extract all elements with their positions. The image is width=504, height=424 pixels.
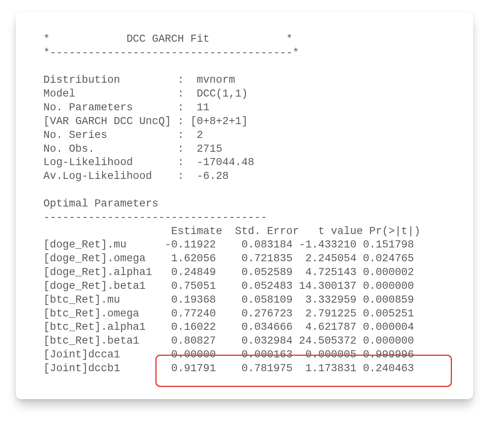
table-row: [doge_Ret].alpha1 0.24849 0.052589 4.725… [43, 266, 451, 279]
blank-line-1 [43, 60, 451, 74]
table-row: [btc_Ret].alpha1 0.16022 0.034666 4.6217… [43, 320, 451, 334]
table-header: Estimate Std. Error t value Pr(>|t|) [43, 225, 451, 238]
meta-line: No. Series : 2 [43, 128, 451, 142]
table-row: [btc_Ret].beta1 0.80827 0.032984 24.5053… [43, 334, 451, 348]
title-line: * DCC GARCH Fit * [43, 32, 451, 46]
meta-line: No. Obs. : 2715 [43, 142, 451, 156]
meta-line: Av.Log-Likelihood : -6.28 [43, 169, 451, 183]
meta-line: No. Parameters : 11 [43, 101, 451, 115]
table-row: [btc_Ret].omega 0.77240 0.276723 2.79122… [43, 307, 451, 321]
title-rule: *--------------------------------------* [43, 46, 451, 60]
optparam-title: Optimal Parameters [43, 197, 451, 211]
meta-line: Log-Likelihood : -17044.48 [43, 156, 451, 169]
blank-line-2 [43, 183, 451, 197]
table-row: [Joint]dcca1 0.00000 0.000163 0.000005 0… [43, 348, 451, 362]
optparam-rule: ----------------------------------- [43, 211, 451, 225]
table-row: [doge_Ret].mu -0.11922 0.083184 -1.43321… [43, 238, 451, 252]
table-row: [Joint]dccb1 0.91791 0.781975 1.173831 0… [43, 362, 451, 376]
table-row: [doge_Ret].omega 1.62056 0.721835 2.2450… [43, 252, 451, 266]
output-card: * DCC GARCH Fit * *---------------------… [16, 12, 473, 399]
table-row: [doge_Ret].beta1 0.75051 0.052483 14.300… [43, 279, 451, 293]
table-row: [btc_Ret].mu 0.19368 0.058109 3.332959 0… [43, 293, 451, 307]
meta-line: Distribution : mvnorm [43, 73, 451, 87]
meta-line: [VAR GARCH DCC UncQ] : [0+8+2+1] [43, 115, 451, 128]
meta-line: Model : DCC(1,1) [43, 87, 451, 101]
